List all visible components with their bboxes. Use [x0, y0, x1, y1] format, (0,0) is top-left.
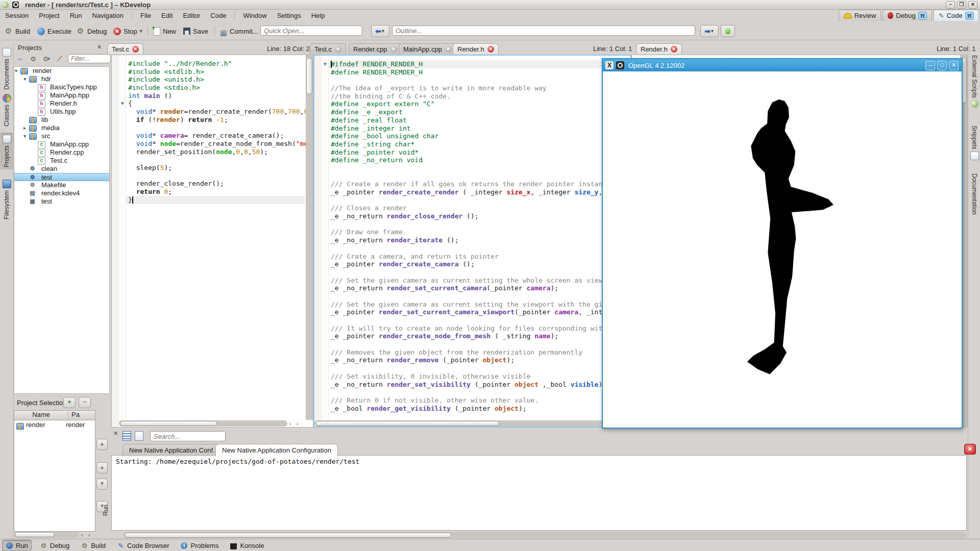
expander-icon[interactable]: ▾: [23, 75, 26, 83]
execute-button[interactable]: Execute: [37, 24, 71, 38]
fold-margin[interactable]: [119, 55, 126, 427]
tab-test-c-left[interactable]: Test.c✕: [107, 43, 143, 54]
close-button[interactable]: ✕: [968, 1, 977, 9]
quick-open-input[interactable]: [260, 26, 362, 36]
menu-settings[interactable]: Settings: [272, 10, 306, 22]
tree-item-mainapp-cpp[interactable]: CMainApp.cpp: [14, 140, 109, 148]
tab-test-c[interactable]: Test.c✕: [310, 43, 346, 54]
save-button[interactable]: Save: [183, 24, 208, 38]
chevron-down-icon[interactable]: ▼: [139, 29, 143, 34]
tree-item-render-kdev4[interactable]: ▤render.kdev4: [14, 189, 109, 197]
scroll-right-icon[interactable]: ›: [297, 420, 299, 427]
tree-item-render-cpp[interactable]: CRender.cpp: [14, 148, 109, 157]
opengl-close-button[interactable]: ✕: [949, 61, 959, 70]
menu-run[interactable]: Run: [65, 10, 87, 22]
output-tab-current[interactable]: New Native Application Configuration: [215, 444, 338, 456]
restore-button[interactable]: ❐: [957, 1, 966, 9]
close-icon[interactable]: ✕: [671, 46, 677, 53]
fold-marker-icon[interactable]: ▼: [323, 62, 328, 67]
move-up-button[interactable]: ▲: [96, 462, 108, 473]
sidebar-tab-documentation[interactable]: Documentation: [968, 171, 980, 217]
menu-code[interactable]: Code: [205, 10, 231, 22]
toolview-debug-button[interactable]: ⚙ Debug: [37, 540, 72, 550]
tab-render-cpp[interactable]: Render.cpp✕: [349, 43, 402, 54]
clean-selection-button[interactable]: ⟋: [55, 54, 65, 63]
forward-button[interactable]: ➡▼: [700, 25, 719, 37]
minimize-button[interactable]: –: [946, 1, 955, 9]
tree-item-test-c[interactable]: CTest.c: [14, 157, 109, 165]
tree-item-lib[interactable]: lib: [14, 116, 109, 124]
tree-item-test[interactable]: ⚙test: [14, 173, 109, 181]
sidebar-tab-documents[interactable]: Documents: [1, 46, 13, 92]
stop-button[interactable]: ✕Stop▼: [113, 24, 143, 38]
new-button[interactable]: New: [153, 24, 176, 38]
close-icon[interactable]: ✕: [487, 46, 494, 53]
move-down-button[interactable]: ▼: [96, 479, 108, 490]
outline-input[interactable]: [392, 26, 695, 36]
opengl-title-bar[interactable]: X OpenGL 4.2.12002 – □ ✕: [603, 59, 962, 71]
sidebar-tab-snippets[interactable]: Snippets: [968, 123, 980, 162]
scroll-up-button[interactable]: ▲: [96, 439, 108, 450]
sidebar-tab-filesystem[interactable]: Filesystem: [1, 178, 13, 221]
panel-close-icon[interactable]: ✕: [113, 430, 118, 437]
tree-item-test[interactable]: ▦test: [14, 197, 109, 206]
menu-project[interactable]: Project: [34, 10, 64, 22]
area-tab-review[interactable]: Review: [839, 10, 881, 21]
editor-test-c[interactable]: ▼ #include "../hdr/Render.h"#include <st…: [111, 55, 313, 428]
sidebar-tab-projects[interactable]: Projects: [1, 133, 13, 169]
sidebar-tab-external-scripts[interactable]: External Scripts: [968, 53, 980, 110]
add-project-button[interactable]: +: [63, 397, 76, 408]
toolview-konsole-button[interactable]: Konsole: [227, 540, 267, 550]
chevron-down-icon[interactable]: ▼: [710, 29, 715, 34]
opengl-window[interactable]: X OpenGL 4.2.12002 – □ ✕: [602, 58, 963, 429]
jump-to-output-icon[interactable]: [122, 431, 131, 441]
tab-render-h-right[interactable]: Render.h✕: [636, 43, 682, 54]
menu-file[interactable]: File: [135, 10, 156, 22]
output-tab-previous[interactable]: New Native Application Conf...: [122, 444, 225, 456]
tab-render-h[interactable]: Render.h✕: [453, 43, 499, 54]
expander-icon[interactable]: ▸: [23, 124, 26, 132]
close-output-button[interactable]: ✕: [964, 444, 976, 455]
toolview-problems-button[interactable]: i Problems: [177, 540, 222, 550]
code-area[interactable]: #ifndef RENDER_RENDER_H#define RENDER_RE…: [331, 60, 631, 428]
close-icon[interactable]: ✕: [445, 46, 452, 53]
editor-render-h[interactable]: ▼ #ifndef RENDER_RENDER_H#define RENDER_…: [313, 55, 631, 428]
build-button[interactable]: ⚙Build: [4, 24, 30, 38]
build-selection-button[interactable]: ⚙: [28, 54, 38, 63]
copy-output-icon[interactable]: [135, 431, 143, 441]
code-area[interactable]: #include "../hdr/Render.h"#include <stdl…: [128, 60, 312, 204]
scroll-left-icon[interactable]: ‹: [289, 420, 291, 427]
horizontal-scrollbar[interactable]: [314, 420, 630, 427]
menu-navigation[interactable]: Navigation: [87, 10, 129, 22]
opengl-minimize-button[interactable]: –: [925, 61, 935, 70]
tree-item-render[interactable]: ▾render: [14, 67, 109, 75]
fold-margin[interactable]: [322, 56, 329, 427]
column-header-path[interactable]: Pa: [68, 411, 95, 420]
back-button[interactable]: ⬅▼: [371, 25, 389, 37]
close-icon[interactable]: ✕: [132, 46, 139, 53]
remove-project-button[interactable]: −: [79, 397, 91, 408]
sidebar-tab-classes[interactable]: Classes: [1, 92, 13, 129]
expander-icon[interactable]: ▾: [23, 132, 26, 140]
toolview-run-button[interactable]: Run: [2, 540, 32, 551]
chevron-down-icon[interactable]: ▼: [381, 29, 385, 34]
menu-edit[interactable]: Edit: [156, 10, 178, 22]
close-icon[interactable]: ✕: [335, 46, 341, 53]
opengl-maximize-button[interactable]: □: [937, 61, 947, 70]
solutions-button[interactable]: [721, 25, 735, 37]
commit-button[interactable]: Commit...: [220, 24, 258, 38]
debug-button[interactable]: ⚙Debug: [76, 24, 107, 38]
filter-input[interactable]: [68, 54, 111, 63]
run-output-text[interactable]: Starting: /home/ezequiel/projects/god-of…: [111, 455, 967, 531]
scroll-right-icon[interactable]: ›: [88, 532, 90, 538]
tab-mainapp-cpp[interactable]: MainApp.cpp✕: [399, 43, 456, 54]
horizontal-scrollbar[interactable]: [14, 532, 79, 538]
toolview-code-browser-button[interactable]: ✎ Code Browser: [114, 540, 172, 550]
menu-editor[interactable]: Editor: [178, 10, 205, 22]
tree-item-hdr[interactable]: ▾hdr: [14, 75, 109, 83]
tree-item-media[interactable]: ▸media: [14, 124, 109, 132]
tree-item-basictypes-hpp[interactable]: hBasicTypes.hpp: [14, 83, 109, 91]
menu-session[interactable]: Session: [0, 10, 34, 22]
tree-item-src[interactable]: ▾src: [14, 132, 109, 140]
reload-projects-button[interactable]: ⇔: [15, 54, 25, 63]
